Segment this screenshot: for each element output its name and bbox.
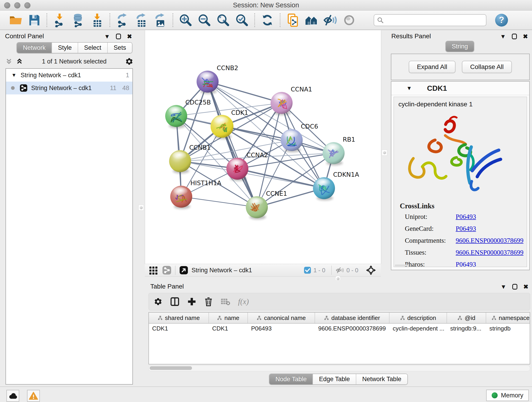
close-panel-icon[interactable]: ✖ — [127, 33, 132, 39]
network-graph[interactable]: CCNB2CCNA1CDC25BCDK1CDC6RB1CCNB1CCNA2CDK… — [145, 30, 381, 264]
network-canvas[interactable]: CCNB2CCNA1CDC25BCDK1CDC6RB1CCNB1CCNA2CDK… — [145, 30, 381, 264]
tree-expand-icon[interactable]: ▼ — [12, 73, 17, 78]
left-splitter-grip[interactable] — [138, 205, 144, 211]
svg-text:CCNA2: CCNA2 — [247, 152, 268, 159]
help-button[interactable]: ? — [495, 14, 508, 27]
birds-eye-icon[interactable] — [366, 265, 376, 275]
column-header[interactable]: shared name — [149, 313, 209, 323]
zoom-in-button[interactable] — [178, 13, 193, 28]
search-input[interactable] — [384, 16, 483, 24]
table-cell[interactable]: 9606.ENSP00000378699 — [315, 324, 389, 334]
tab-node-table[interactable]: Node Table — [269, 374, 312, 384]
crosslink-link[interactable]: P06493 — [456, 213, 476, 220]
network-view-icon[interactable] — [162, 266, 171, 275]
eye-slash-icon — [323, 13, 337, 27]
column-header[interactable]: canonical name — [248, 313, 315, 323]
table-cell[interactable]: P06493 — [248, 324, 315, 334]
svg-text:RB1: RB1 — [343, 136, 355, 143]
crosslink-link[interactable]: P06493 — [456, 261, 476, 267]
zoom-out-button[interactable] — [197, 13, 212, 28]
network-row[interactable]: String Network – cdk1 11 48 — [6, 82, 133, 95]
memory-button[interactable]: Memory — [486, 390, 529, 401]
add-column-icon[interactable] — [187, 297, 196, 306]
expand-all-button[interactable]: Expand All — [409, 61, 456, 73]
tab-string[interactable]: String — [446, 41, 474, 51]
table-row[interactable]: CDK1CDK1P064939606.ENSP00000378699cyclin… — [149, 324, 530, 334]
column-header[interactable]: name — [209, 313, 248, 323]
tab-network-table[interactable]: Network Table — [356, 374, 407, 384]
control-panel: Control Panel ▼ ✖ Network Style Select S… — [0, 30, 137, 387]
panel-menu-icon[interactable]: ▼ — [104, 33, 110, 39]
protein-header[interactable]: ▼ CDK1 — [391, 82, 529, 95]
import-network-from-database-button[interactable] — [71, 13, 86, 28]
gear-icon[interactable] — [125, 57, 133, 65]
crosslink-link[interactable]: P06493 — [456, 225, 476, 232]
tab-select[interactable]: Select — [78, 43, 107, 53]
toolbar-separator — [254, 13, 255, 27]
hide-selected-button[interactable] — [323, 13, 338, 28]
tab-sets[interactable]: Sets — [107, 43, 132, 53]
delete-column-icon[interactable] — [204, 297, 213, 306]
column-header[interactable]: description — [389, 313, 447, 323]
expand-all-icon[interactable] — [16, 57, 23, 65]
table-cell[interactable]: CDK1 — [209, 324, 248, 334]
delete-table-icon — [221, 298, 230, 306]
show-hidden-button[interactable] — [342, 13, 357, 28]
network-collection-row[interactable]: ▼ String Network – cdk1 1 — [6, 69, 133, 82]
warnings-button[interactable] — [27, 390, 40, 402]
tab-network[interactable]: Network — [17, 43, 51, 53]
export-network-button[interactable] — [115, 13, 130, 28]
close-panel-icon[interactable]: ✖ — [523, 33, 528, 39]
node-table[interactable]: shared namenamecanonical namedatabase id… — [148, 312, 530, 364]
collapse-all-button[interactable]: Collapse All — [462, 61, 512, 73]
cloud-status-button[interactable] — [6, 390, 19, 402]
table-header-row: shared namenamecanonical namedatabase id… — [149, 313, 530, 324]
panel-menu-icon[interactable]: ▼ — [500, 33, 506, 39]
open-folder-icon — [9, 13, 22, 27]
right-splitter-grip[interactable] — [382, 150, 387, 156]
close-panel-icon[interactable]: ✖ — [523, 284, 528, 290]
crosslink-link[interactable]: 9606.ENSP00000378699 — [456, 237, 524, 244]
import-database-icon — [71, 13, 85, 27]
panel-menu-icon[interactable]: ▼ — [500, 284, 506, 290]
results-horizontal-scrollbar[interactable] — [395, 264, 409, 266]
import-table-button[interactable] — [89, 13, 105, 28]
float-panel-icon[interactable] — [512, 284, 518, 290]
search-field[interactable] — [374, 14, 486, 26]
table-settings-gear-icon[interactable] — [154, 297, 162, 306]
zoom-out-icon — [197, 13, 211, 27]
apply-layout-button[interactable] — [260, 13, 275, 28]
column-header[interactable]: @id — [447, 313, 486, 323]
import-network-button[interactable] — [52, 13, 67, 28]
import-table-icon — [90, 13, 104, 27]
svg-text:CCNA1: CCNA1 — [291, 86, 312, 93]
float-panel-icon[interactable] — [512, 33, 517, 39]
collapse-protein-icon[interactable]: ▼ — [406, 85, 412, 91]
show-columns-icon[interactable] — [170, 297, 179, 306]
crosslink-row: Compartments: 9606.ENSP00000378699 — [405, 237, 527, 244]
save-session-button[interactable] — [27, 13, 42, 28]
export-image-button[interactable] — [152, 13, 168, 28]
table-cell[interactable]: stringdb:9... — [447, 324, 486, 334]
table-cell[interactable]: cyclin-dependent ... — [389, 324, 447, 334]
search-icon — [377, 17, 384, 24]
column-header[interactable]: namespace — [486, 313, 530, 323]
selected-checkbox-icon[interactable] — [304, 267, 311, 274]
clone-network-button[interactable] — [285, 13, 300, 28]
grid-view-icon[interactable] — [149, 266, 158, 275]
table-horizontal-scrollbar[interactable] — [148, 365, 530, 371]
collapse-all-icon[interactable] — [5, 57, 13, 65]
table-cell[interactable]: CDK1 — [149, 324, 209, 334]
crosslink-link[interactable]: 9606.ENSP00000378699 — [456, 249, 524, 256]
zoom-selected-button[interactable] — [234, 13, 249, 28]
table-cell[interactable]: stringdb — [486, 324, 530, 334]
zoom-fit-button[interactable] — [215, 13, 231, 28]
detach-view-icon[interactable] — [179, 266, 188, 275]
show-all-nodes-button[interactable] — [304, 13, 319, 28]
export-table-button[interactable] — [134, 13, 149, 28]
tab-style[interactable]: Style — [51, 43, 78, 53]
column-header[interactable]: database identifier — [315, 313, 389, 323]
float-panel-icon[interactable] — [116, 33, 121, 39]
tab-edge-table[interactable]: Edge Table — [312, 374, 356, 384]
open-session-button[interactable] — [8, 13, 23, 28]
